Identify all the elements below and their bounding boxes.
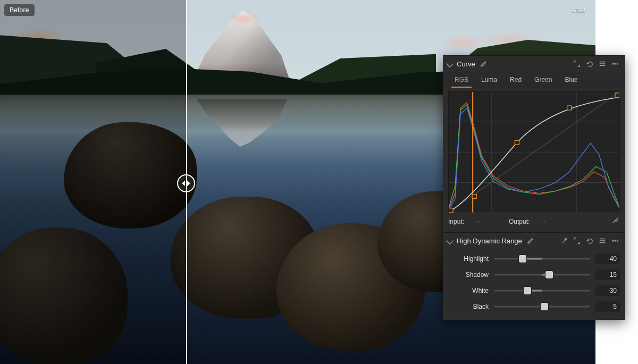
curve-panel-title: Curve: [457, 60, 475, 68]
before-badge: Before: [4, 4, 35, 16]
slider-value[interactable]: -30: [595, 285, 620, 296]
chevron-down-icon: [446, 60, 454, 67]
slider-label: Black: [448, 303, 489, 310]
slider-value[interactable]: -40: [595, 253, 620, 264]
expand-icon[interactable]: [572, 236, 582, 246]
slider-shadow: Shadow 15: [448, 267, 620, 283]
svg-rect-15: [615, 93, 619, 97]
chevron-down-icon: [446, 237, 454, 244]
hdr-panel: High Dynamic Range Hig: [443, 232, 625, 320]
before-overlay: [0, 0, 186, 364]
curve-panel-header[interactable]: Curve: [443, 56, 625, 72]
after-badge: After: [567, 4, 591, 16]
slider-value[interactable]: 15: [595, 269, 620, 280]
lines-icon[interactable]: [598, 236, 607, 246]
undo-icon[interactable]: [585, 59, 594, 69]
slider-value[interactable]: 5: [595, 301, 620, 312]
tab-luma[interactable]: Luma: [475, 73, 503, 88]
input-value: --: [476, 218, 480, 225]
slider-black: Black 5: [448, 299, 620, 315]
curve-panel: Curve RGB Luma Red Green Blue: [443, 55, 625, 232]
hdr-panel-header[interactable]: High Dynamic Range: [443, 233, 625, 249]
brush-icon[interactable]: [525, 236, 535, 246]
svg-rect-12: [472, 194, 476, 199]
slider-highlight: Highlight -40: [448, 251, 620, 267]
svg-point-2: [617, 63, 618, 64]
svg-point-17: [615, 240, 616, 241]
curve-io-readout: Input: -- Output: --: [443, 213, 625, 232]
svg-point-1: [615, 63, 616, 64]
compare-split-handle[interactable]: [177, 174, 195, 192]
slider-label: White: [448, 287, 489, 294]
hdr-sliders: Highlight -40 Shadow 15 White: [443, 249, 625, 320]
slider-track[interactable]: [494, 255, 590, 263]
magic-icon[interactable]: [560, 236, 569, 245]
slider-track[interactable]: [494, 270, 590, 279]
svg-rect-11: [449, 208, 453, 213]
input-label: Input:: [448, 218, 464, 225]
more-icon[interactable]: [610, 236, 620, 246]
adjustment-panels: Curve RGB Luma Red Green Blue: [443, 55, 625, 320]
tab-rgb[interactable]: RGB: [448, 73, 475, 88]
svg-point-18: [617, 240, 618, 241]
output-value: --: [541, 218, 545, 225]
more-icon[interactable]: [610, 59, 620, 69]
tab-blue[interactable]: Blue: [558, 73, 584, 88]
slider-white: White -30: [448, 283, 620, 299]
undo-icon[interactable]: [585, 236, 594, 246]
curve-channel-tabs: RGB Luma Red Green Blue: [443, 72, 625, 88]
expand-icon[interactable]: [572, 59, 582, 69]
tab-green[interactable]: Green: [528, 73, 558, 88]
svg-rect-14: [567, 106, 572, 110]
hdr-panel-title: High Dynamic Range: [457, 237, 522, 245]
curve-editor[interactable]: [448, 91, 620, 211]
slider-track[interactable]: [494, 286, 590, 295]
lines-icon[interactable]: [598, 59, 607, 69]
slider-label: Shadow: [448, 271, 489, 278]
slider-track[interactable]: [494, 302, 590, 311]
svg-point-0: [612, 63, 613, 64]
svg-rect-13: [515, 140, 519, 145]
slider-label: Highlight: [448, 255, 489, 263]
tab-red[interactable]: Red: [503, 73, 528, 88]
svg-point-16: [612, 240, 613, 241]
output-label: Output:: [509, 218, 530, 225]
brush-icon[interactable]: [478, 59, 488, 69]
eyedropper-icon[interactable]: [610, 216, 620, 227]
